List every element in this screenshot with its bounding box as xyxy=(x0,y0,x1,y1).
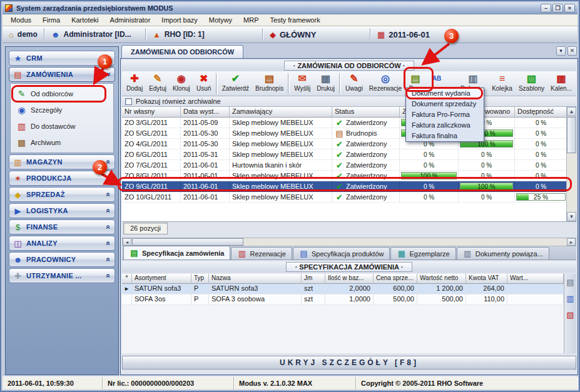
spec-column-kwota-vat[interactable]: Kwota VAT xyxy=(466,274,507,284)
column-header-data-wyst[interactable]: Data wyst... xyxy=(181,107,230,118)
sidebar-item-do-dostawców[interactable]: ▥Do dostawców xyxy=(11,118,113,134)
date-segment[interactable]: ▦ 2011-06-01 xyxy=(371,26,436,43)
reservations-icon: ◎ xyxy=(381,73,390,84)
menu-testy-framework[interactable]: Testy framework xyxy=(265,15,326,25)
hide-details-button[interactable]: UKRYJ SZCZEGÓŁY [F8] xyxy=(122,356,576,369)
vertical-scrollbar[interactable]: ▲ ▼ xyxy=(566,107,576,221)
menu-modus[interactable]: Modus xyxy=(5,15,37,25)
tab-dokumenty-powiąza[interactable]: ▥Dokumenty powiąza... xyxy=(457,247,549,259)
table-row[interactable]: ZO 4/GL/20112011-05-30Sklep meblowy MEBE… xyxy=(122,139,567,149)
column-header-status[interactable]: Status xyxy=(332,107,400,118)
toolbar-button-drukuj[interactable]: ▦Drukuj xyxy=(313,72,338,95)
analysis-icon: ◫ xyxy=(13,239,23,248)
column-header-zamawiający[interactable]: Zamawiający xyxy=(230,107,332,118)
percent-cell-reserved: 0 % xyxy=(459,171,515,181)
menu-import-bazy[interactable]: Import bazy xyxy=(156,15,203,25)
toolbar-button-usuń[interactable]: ✖Usuń xyxy=(193,72,215,95)
database-segment[interactable]: ⌂ demo xyxy=(3,26,44,43)
scroll-down-button[interactable]: ▼ xyxy=(567,212,576,221)
vertical-scroll-thumb[interactable] xyxy=(567,117,576,153)
scroll-left-button[interactable]: ◄ xyxy=(123,238,131,246)
table-row[interactable]: ZO 7/GL/20112011-06-01Hurtownia tkanin i… xyxy=(122,160,567,171)
menu-item-dokument-wydania[interactable]: Dokument wydania xyxy=(406,88,484,99)
sidebar-item-szczegóły[interactable]: ◉Szczegóły xyxy=(11,102,113,118)
tab-specyfikacja-zamówienia[interactable]: ▤Specyfikacja zamówienia xyxy=(123,246,230,259)
annotation-step-2: 2 xyxy=(93,160,107,174)
column-header-dostępność[interactable]: Dostępność xyxy=(515,107,567,118)
table-row[interactable]: ZO 6/GL/20112011-05-31Sklep meblowy MEBE… xyxy=(122,149,567,160)
spec-column-marker[interactable]: * xyxy=(122,274,132,284)
table-row[interactable]: ZO 9/GL/20112011-06-01Sklep meblowy MEBE… xyxy=(122,181,567,192)
menu-item-faktura-zaliczkowa[interactable]: Faktura zaliczkowa xyxy=(406,120,484,131)
toolbar-button-dodaj[interactable]: ✚Dodaj xyxy=(123,72,146,95)
spec-row[interactable]: SOFA 3osPSOFA 3 osobowaszt1,0000500,0050… xyxy=(122,294,564,305)
tab-zamowienia-od-odbiorcow[interactable]: ZAMÓWIENIA OD ODBIORCÓW xyxy=(121,45,243,58)
minimize-button[interactable]: – xyxy=(541,4,551,13)
column-header-nr-własny[interactable]: Nr własny xyxy=(122,107,181,118)
menu-item-dokument-sprzedaży[interactable]: Dokument sprzedaży xyxy=(406,99,484,109)
toolbar-button-kalen[interactable]: ▦Kalen... xyxy=(547,72,575,95)
sidebar-section-sprzedaż[interactable]: ◆SPRZEDAŻ« xyxy=(9,187,115,202)
sidebar-section-logistyka[interactable]: ▶LOGISTYKA« xyxy=(9,203,115,218)
maximize-button[interactable]: ❒ xyxy=(552,4,563,13)
menu-firma[interactable]: Firma xyxy=(37,15,66,25)
spec-column-wartość-netto[interactable]: Wartość netto xyxy=(417,274,466,284)
table-row[interactable]: ZO 5/GL/20112011-05-30Sklep meblowy MEBE… xyxy=(122,128,567,139)
spec-row[interactable]: ▸SATURN sofa3PSATURN sofa3szt2,0000600,0… xyxy=(122,284,564,294)
sidebar-section-utrzymanie[interactable]: ✚UTRZYMANIE ...« xyxy=(9,268,115,283)
table-row[interactable]: ZO 3/GL/20112011-05-09Sklep meblowy MEBE… xyxy=(122,118,567,128)
table-row[interactable]: ZO 8/GL/20112011-06-01Sklep meblowy MEBE… xyxy=(122,171,567,181)
warehouse-segment[interactable]: ◆ GŁÓWNY xyxy=(263,26,370,43)
horizontal-scrollbar[interactable]: ◄ ► xyxy=(122,238,576,246)
toolbar-button-szablony[interactable]: ▧Szablony xyxy=(516,72,547,95)
sort-ab-icon: AB xyxy=(432,73,441,84)
toolbar-button-kolejka[interactable]: ≡Kolejka xyxy=(489,72,516,95)
spec-column-cena-sprze[interactable]: Cena sprze... xyxy=(374,274,417,284)
sidebar-item-od-odbiorców[interactable]: ✎Od odbiorców xyxy=(11,86,113,102)
menu-mrp[interactable]: MRP xyxy=(238,15,264,25)
sidebar-section-finanse[interactable]: $FINANSE« xyxy=(9,219,115,234)
document-icon[interactable]: ▤ xyxy=(566,277,576,288)
sidebar-section-pracownicy[interactable]: ☻PRACOWNICY« xyxy=(9,252,115,267)
panel-close-button[interactable]: ✕ xyxy=(567,46,577,56)
scroll-right-button[interactable]: ► xyxy=(567,238,576,246)
tab-specyfikacja-produktów[interactable]: ▤Specyfikacja produktów xyxy=(293,247,390,259)
menu-motywy[interactable]: Motywy xyxy=(203,15,238,25)
menu-item-faktura-finalna[interactable]: Faktura finalna xyxy=(406,131,484,141)
spec-column-nazwa[interactable]: Nazwa xyxy=(209,274,302,284)
user-segment[interactable]: ☻ Administrator [ID... xyxy=(45,26,145,43)
show-archive-checkbox[interactable] xyxy=(125,98,132,105)
sidebar-section-zamówienia[interactable]: ▤ZAMÓWIENIA« xyxy=(9,67,115,82)
horizontal-scroll-thumb[interactable] xyxy=(132,238,243,246)
sidebar-item-archiwum[interactable]: ▦Archiwum xyxy=(11,134,113,151)
menu-item-faktura-pro-forma[interactable]: Faktura Pro-Forma xyxy=(406,109,484,120)
company-segment[interactable]: ▲ RHO [ID: 1] xyxy=(146,26,262,43)
panel-menu-button[interactable]: ▾ xyxy=(556,46,566,56)
spec-column-asortyment[interactable]: Asortyment xyxy=(132,274,191,284)
approved: ✔ xyxy=(335,172,344,180)
tab-rezerwacje[interactable]: ▥Rezerwacje xyxy=(231,247,292,259)
percent-cell-availability: 0 % xyxy=(515,118,567,128)
close-button[interactable]: × xyxy=(564,4,575,13)
spec-column-ilość-w-baz[interactable]: Ilość w baz... xyxy=(325,274,374,284)
sidebar-section-analizy[interactable]: ◫ANALIZY« xyxy=(9,236,115,251)
menu-kartoteki[interactable]: Kartoteki xyxy=(66,15,104,25)
toolbar-button-edytuj[interactable]: ✎Edytuj xyxy=(146,72,170,95)
copy-document-icon[interactable]: ▥ xyxy=(566,293,576,304)
spec-column-wart[interactable]: Wart... xyxy=(507,274,564,284)
toolbar-button-wyślij[interactable]: ✉Wyślij xyxy=(291,72,313,95)
scroll-up-button[interactable]: ▲ xyxy=(567,107,576,116)
toolbar-button-uwagi[interactable]: ✎Uwagi xyxy=(342,72,366,95)
tab-egzemplarze[interactable]: ▦Egzemplarze xyxy=(390,247,455,259)
menu-administrator[interactable]: Administrator xyxy=(104,15,156,25)
items-icon: ▦ xyxy=(397,249,406,258)
app-icon xyxy=(5,4,13,12)
toolbar-button-zatwierdź[interactable]: ✔Zatwierdź xyxy=(219,72,252,95)
spec-column-typ[interactable]: Typ xyxy=(191,274,209,284)
toolbar-button-brudnopis[interactable]: ▤Brudnopis xyxy=(252,72,287,95)
toolbar-button-klonuj[interactable]: ◉Klonuj xyxy=(170,72,193,95)
spec-column-jm[interactable]: Jm xyxy=(302,274,325,284)
toolbar-button-rezerwacje[interactable]: ◎Rezerwacje xyxy=(366,72,405,95)
export-document-icon[interactable]: ▧ xyxy=(566,309,576,321)
table-row[interactable]: ZO 10/GL/20112011-06-01Sklep meblowy MEB… xyxy=(122,192,567,203)
